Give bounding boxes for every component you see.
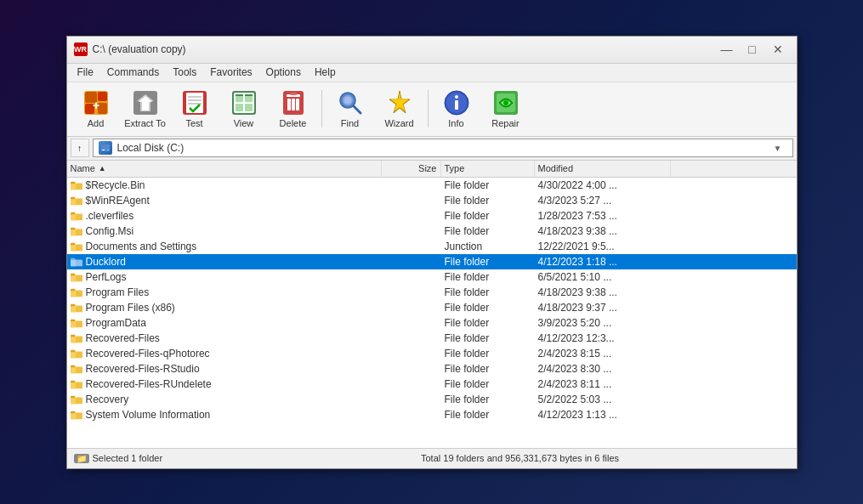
table-row[interactable]: Recovered-Files-RUndelete File folder 2/… (67, 377, 797, 392)
table-row[interactable]: Program Files File folder 4/18/2023 9:38… (67, 285, 797, 300)
file-name: Program Files (86, 286, 150, 298)
file-name: Program Files (x86) (86, 302, 175, 314)
wizard-button[interactable]: Wizard (376, 86, 423, 132)
col-header-name[interactable]: Name ▲ (67, 161, 382, 177)
drive-icon (99, 141, 112, 155)
info-icon (443, 89, 470, 116)
address-box[interactable]: Local Disk (C:) ▼ (93, 139, 793, 157)
menu-tools[interactable]: Tools (166, 65, 203, 80)
view-button[interactable]: View (220, 86, 268, 132)
menu-help[interactable]: Help (308, 65, 343, 80)
status-bar: 📁 Selected 1 folder Total 19 folders and… (67, 448, 797, 468)
toolbar-separator (321, 90, 322, 127)
window-controls: — □ ✕ (715, 40, 790, 59)
table-row[interactable]: Config.Msi File folder 4/18/2023 9:38 ..… (67, 224, 797, 239)
delete-icon (280, 89, 307, 116)
svg-rect-20 (236, 94, 243, 96)
table-row[interactable]: .cleverfiles File folder 1/28/2023 7:53 … (67, 208, 797, 224)
file-name: Recovered-Files-RStudio (86, 363, 200, 375)
table-row[interactable]: Program Files (x86) File folder 4/18/202… (67, 300, 797, 315)
toolbar: + Add Extract To (67, 82, 797, 137)
svg-rect-42 (102, 150, 105, 150)
menu-favorites[interactable]: Favorites (203, 65, 258, 80)
svg-rect-51 (71, 213, 76, 220)
svg-rect-60 (71, 259, 76, 266)
test-button[interactable]: Test (171, 86, 219, 132)
svg-rect-67 (71, 288, 75, 291)
add-button[interactable]: + Add (72, 86, 120, 132)
svg-rect-76 (71, 334, 75, 337)
app-icon: WR (74, 42, 88, 56)
repair-label: Repair (491, 118, 519, 128)
repair-button[interactable]: Repair (482, 86, 530, 132)
file-name: Recovered-Files (86, 332, 160, 344)
file-name: PerfLogs (86, 271, 127, 283)
svg-rect-55 (71, 227, 75, 229)
svg-rect-61 (71, 258, 75, 260)
file-name: $Recycle.Bin (86, 179, 145, 191)
menu-options[interactable]: Options (259, 65, 308, 80)
svg-rect-81 (71, 366, 76, 373)
table-row[interactable]: System Volume Information File folder 4/… (67, 407, 797, 422)
table-row[interactable]: Recovery File folder 5/2/2022 5:03 ... (67, 392, 797, 407)
up-button[interactable]: ↑ (71, 139, 89, 157)
extract-button[interactable]: Extract To (122, 86, 169, 132)
add-label: Add (88, 118, 105, 128)
svg-rect-82 (71, 365, 75, 367)
file-list: $Recycle.Bin File folder 4/30/2022 4:00 … (67, 178, 797, 448)
maximize-button[interactable]: □ (741, 40, 764, 59)
svg-point-43 (107, 150, 109, 151)
table-row[interactable]: PerfLogs File folder 6/5/2021 5:10 ... (67, 269, 797, 285)
svg-rect-70 (71, 303, 75, 306)
svg-text:+: + (92, 99, 99, 112)
extract-label: Extract To (124, 118, 166, 128)
wizard-icon (386, 89, 413, 116)
table-row[interactable]: Ducklord File folder 4/12/2023 1:18 ... (67, 254, 797, 269)
col-header-size[interactable]: Size (382, 161, 441, 177)
test-icon (181, 89, 208, 116)
svg-rect-69 (71, 305, 76, 312)
toolbar-separator-2 (428, 90, 429, 127)
table-row[interactable]: Recovered-Files File folder 4/12/2023 12… (67, 331, 797, 346)
svg-point-30 (344, 97, 351, 104)
file-name: .cleverfiles (86, 210, 134, 222)
file-name: Recovered-Files-RUndelete (86, 378, 212, 390)
repair-icon (492, 89, 520, 116)
table-row[interactable]: $Recycle.Bin File folder 4/30/2022 4:00 … (67, 178, 797, 193)
table-row[interactable]: Recovered-Files-RStudio File folder 2/4/… (67, 361, 797, 377)
close-button[interactable]: ✕ (766, 40, 790, 59)
svg-rect-46 (71, 181, 75, 184)
svg-rect-72 (71, 320, 76, 327)
svg-rect-19 (245, 104, 253, 111)
col-header-modified[interactable]: Modified (535, 161, 671, 177)
table-row[interactable]: Documents and Settings Junction 12/22/20… (67, 239, 797, 254)
minimize-button[interactable]: — (715, 40, 739, 59)
svg-rect-90 (71, 412, 76, 419)
svg-rect-45 (71, 183, 76, 190)
file-name: Config.Msi (86, 225, 134, 237)
status-selected: Selected 1 folder (93, 453, 163, 463)
file-name: Recovered-Files-qPhotorec (86, 348, 210, 360)
test-label: Test (185, 118, 202, 128)
svg-rect-21 (245, 94, 253, 96)
menu-file[interactable]: File (71, 65, 100, 80)
col-header-type[interactable]: Type (441, 161, 535, 177)
svg-rect-48 (71, 198, 76, 205)
delete-button[interactable]: Delete (270, 86, 317, 132)
address-dropdown-arrow[interactable]: ▼ (774, 144, 787, 153)
info-label: Info (448, 118, 463, 128)
status-icon: 📁 (74, 454, 89, 463)
address-bar: ↑ Local Disk (C:) ▼ (67, 137, 797, 161)
svg-rect-75 (71, 336, 76, 343)
table-row[interactable]: Recovered-Files-qPhotorec File folder 2/… (67, 346, 797, 361)
info-button[interactable]: Info (433, 86, 480, 132)
table-row[interactable]: $WinREAgent File folder 4/3/2023 5:27 ..… (67, 193, 797, 208)
table-row[interactable]: ProgramData File folder 3/9/2023 5:20 ..… (67, 315, 797, 331)
svg-rect-58 (71, 242, 75, 245)
menu-commands[interactable]: Commands (100, 65, 166, 80)
file-name: Documents and Settings (86, 241, 197, 252)
svg-rect-91 (71, 411, 75, 413)
svg-rect-84 (71, 382, 76, 388)
find-button[interactable]: Find (326, 86, 374, 132)
svg-rect-85 (71, 380, 75, 382)
